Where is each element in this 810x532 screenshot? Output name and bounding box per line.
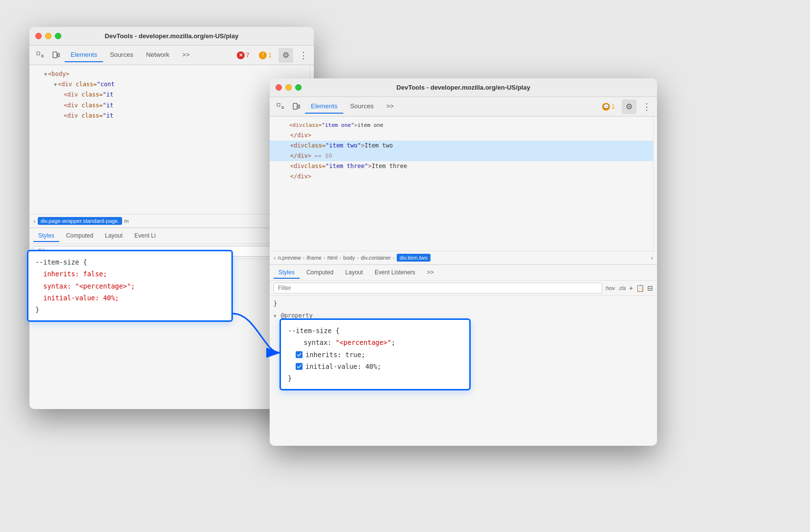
html-line-item-three: <div class="item three">Item three [270, 161, 653, 171]
styles-tab-computed[interactable]: Computed [61, 230, 98, 242]
toolbar-front: Elements Sources >> 💬 1 ⚙ ⋮ [270, 97, 657, 117]
tab-sources-front[interactable]: Sources [344, 99, 380, 114]
filter-input-front[interactable] [274, 283, 602, 293]
svg-rect-3 [53, 52, 57, 58]
tab-sources-back[interactable]: Sources [104, 48, 139, 62]
svg-rect-4 [58, 53, 59, 57]
styles-tab-styles[interactable]: Styles [33, 230, 59, 242]
traffic-lights-back [35, 33, 61, 39]
html-line-item-one: <div class="item one">item one [270, 121, 653, 130]
close-button-back[interactable] [35, 33, 42, 39]
annotation-box-front: --item-size { syntax: "<percentage>"; in… [279, 318, 471, 390]
breadcrumb-n-preview[interactable]: n.preview [278, 255, 301, 261]
breadcrumb-front: ‹ n.preview › iframe › html › body › div… [270, 251, 657, 265]
annotation-code-front: --item-size { syntax: "<percentage>"; in… [288, 325, 462, 384]
devtools-main-front: <div class="item one">item one </div> <d… [270, 117, 657, 446]
html-line-div-it3: <div class="it [29, 111, 310, 121]
styles-tab-styles-front[interactable]: Styles [274, 267, 300, 279]
panel-button[interactable]: ⊟ [647, 284, 653, 292]
checkbox-inherits[interactable] [296, 351, 303, 358]
settings-button-front[interactable]: ⚙ [622, 99, 636, 114]
warning-badge-front: 💬 1 [599, 102, 618, 112]
html-line-div-cont: <div class="cont [29, 79, 310, 90]
filter-bar-front: :hov .cls + 📋 ⊟ [270, 281, 657, 296]
closing-brace-front: } [274, 299, 653, 309]
device-icon-front[interactable] [289, 100, 303, 114]
tab-network-back[interactable]: Network [140, 48, 176, 62]
inspect-icon-front[interactable] [274, 100, 287, 114]
svg-rect-0 [37, 52, 40, 55]
html-line-div-it1: <div class="it [29, 90, 310, 100]
maximize-button-front[interactable] [295, 84, 302, 91]
scrollbar-front [653, 117, 657, 251]
tab-elements-front[interactable]: Elements [305, 99, 343, 114]
html-tree-front: <div class="item one">item one </div> <d… [270, 117, 653, 251]
toolbar-right-back: ✕ 7 ! 1 ⚙ ⋮ [234, 48, 310, 63]
html-line-close-div1: </div> [270, 130, 653, 141]
more-button-front[interactable]: ⋮ [640, 99, 653, 114]
breadcrumb-iframe[interactable]: iframe [306, 255, 322, 261]
traffic-lights-front [276, 84, 302, 91]
triangle-div-cont [54, 81, 57, 89]
breadcrumb-sep2: › [324, 255, 326, 261]
toolbar-tabs-back: Elements Sources Network >> [65, 48, 232, 62]
maximize-button-back[interactable] [55, 33, 61, 39]
styles-tab-events-front[interactable]: Event Listeners [370, 267, 420, 279]
minimize-button-back[interactable] [45, 33, 51, 39]
toolbar-back: Elements Sources Network >> ✕ 7 ! 1 ⚙ ⋮ [29, 46, 314, 65]
svg-rect-9 [298, 105, 300, 108]
breadcrumb-sep1: › [303, 255, 305, 261]
devtools-window-front: DevTools - developer.mozilla.org/en-US/p… [270, 78, 657, 446]
breadcrumb-sep4: › [357, 255, 359, 261]
close-button-front[interactable] [276, 84, 282, 91]
error-badge-back: ✕ 7 [234, 50, 253, 60]
toolbar-tabs-front: Elements Sources >> [305, 99, 597, 114]
styles-tab-more-front[interactable]: >> [422, 267, 439, 279]
window-title-back: DevTools - developer.mozilla.org/en-US/p… [105, 32, 239, 40]
breadcrumb-right-arrow-front[interactable]: › [651, 254, 653, 262]
styles-tab-layout-front[interactable]: Layout [340, 267, 368, 279]
breadcrumb-left-arrow-front[interactable]: ‹ [274, 254, 276, 262]
minimize-button-front[interactable] [285, 84, 292, 91]
breadcrumb-sep5: › [393, 255, 395, 261]
styles-tabs-front: Styles Computed Layout Event Listeners >… [270, 265, 657, 281]
toolbar-right-front: 💬 1 ⚙ ⋮ [599, 99, 653, 114]
breadcrumb-item-two[interactable]: div.item.two [397, 254, 430, 262]
checkbox-initial[interactable] [296, 363, 303, 370]
clipboard-button[interactable]: 📋 [636, 284, 644, 292]
device-icon[interactable] [49, 48, 63, 62]
html-line-item-two: <div class="item two">Item two [270, 141, 653, 151]
svg-rect-5 [277, 103, 280, 106]
tab-more-front[interactable]: >> [380, 99, 400, 114]
triangle-body [44, 71, 47, 78]
breadcrumb-left-arrow[interactable]: ‹ [33, 217, 36, 225]
annotation-box-back: --item-size { inherits: false; syntax: "… [27, 250, 233, 322]
title-bar-front: DevTools - developer.mozilla.org/en-US/p… [270, 78, 657, 97]
styles-tab-event[interactable]: Event Li [129, 230, 160, 242]
add-rule-button[interactable]: + [629, 284, 633, 292]
warning-badge-back: ! 1 [256, 50, 275, 60]
annotation-code-back: --item-size { inherits: false; syntax: "… [35, 256, 225, 315]
html-line-div-it2: <div class="it [29, 100, 310, 111]
html-tree-back: <body> <div class="cont <div class="it <… [29, 65, 310, 214]
breadcrumb-body[interactable]: body [343, 255, 355, 261]
title-bar-back: DevTools - developer.mozilla.org/en-US/p… [29, 27, 314, 46]
elements-panel-front: <div class="item one">item one </div> <d… [270, 117, 657, 251]
inspect-icon[interactable] [33, 48, 47, 62]
warning-icon-back: ! [259, 51, 267, 59]
styles-tab-layout[interactable]: Layout [100, 230, 127, 242]
html-line-close-div3: </div> [270, 171, 653, 182]
breadcrumb-html[interactable]: html [328, 255, 338, 261]
cls-button[interactable]: .cls [618, 285, 626, 291]
breadcrumb-item-active[interactable]: div.page-wrapper.standard-page. [38, 217, 123, 225]
more-button-back[interactable]: ⋮ [297, 48, 310, 63]
html-line-close-selected: </div>== $0 [270, 151, 653, 161]
error-icon-back: ✕ [237, 51, 245, 59]
breadcrumb-item-m[interactable]: m [124, 218, 128, 224]
settings-button-back[interactable]: ⚙ [278, 48, 293, 63]
styles-tab-computed-front[interactable]: Computed [302, 267, 338, 279]
hov-button[interactable]: :hov [605, 285, 615, 291]
tab-more-back[interactable]: >> [177, 48, 196, 62]
tab-elements-back[interactable]: Elements [65, 48, 103, 62]
breadcrumb-container[interactable]: div.container [361, 255, 391, 261]
